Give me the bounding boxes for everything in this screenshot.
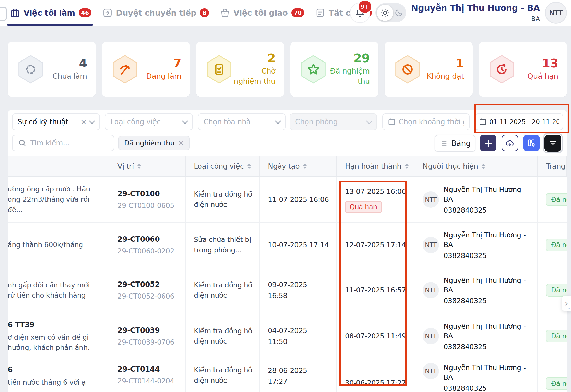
tab-count-badge: 8 (200, 8, 209, 17)
column-header-created[interactable]: Ngày tạo (260, 156, 337, 176)
cell-assignee: NTT Nguyễn Thị Thu Hương - BA 0382840325 (414, 177, 538, 223)
cell-job-type: Kiểm tra đồng hồ điện nước (186, 267, 260, 313)
position-subcode: 29-CT0039-0706 (117, 338, 174, 346)
time-range-placeholder: Chọn khoảng thời gian (399, 118, 464, 126)
tab-viec-toi-giao[interactable]: Việc tôi giao 70 (220, 0, 304, 26)
table-row[interactable]: nh gấp đôi cần thay mới rừ tiền cho khác… (8, 267, 567, 313)
app-screen: Việc tôi làm 46 Duyệt chuyển tiếp 8 Việc… (0, 0, 571, 392)
sort-icon[interactable] (303, 164, 307, 169)
remove-chip-icon[interactable]: × (178, 139, 184, 147)
tab-label: Duyệt chuyển tiếp (116, 8, 196, 17)
job-type-placeholder: Loại công việc (111, 118, 180, 126)
cell-position: 29-CT0052 29-CT0052-0606 (109, 267, 186, 313)
card-cho-nghiem-thu[interactable]: 2 Chờ nghiệm thu (196, 42, 284, 97)
user-role: BA (531, 15, 540, 22)
card-dang-lam[interactable]: 7 Đang làm (102, 42, 190, 97)
dark-mode-option[interactable] (393, 8, 405, 17)
cell-position: 29-CT0100 29-CT0100-0605 (109, 177, 186, 223)
task-check-icon (212, 63, 226, 76)
task-title: 6 (8, 364, 86, 375)
column-settings-button[interactable] (523, 135, 540, 151)
card-label: Chờ nghiệm thu (232, 66, 276, 86)
view-mode-button[interactable]: Bảng (435, 135, 475, 152)
table-row[interactable]: 6 tiền nước tháng 6 với ạ 29-CT0144 29-C… (8, 359, 567, 392)
card-qua-han[interactable]: 13 Quá hạn (479, 42, 567, 97)
sort-icon[interactable] (405, 164, 409, 169)
clear-filter-icon[interactable]: × (80, 117, 87, 126)
tab-count-badge: 70 (291, 8, 304, 17)
expand-panel-handle[interactable]: › ⌄ (562, 296, 571, 311)
card-chua-lam[interactable]: 4 Chưa làm (8, 42, 96, 97)
position-code: 29-CT0052 (117, 280, 160, 289)
assignee-phone: 0382840325 (444, 252, 526, 260)
position-subcode: 29-CT0100-0605 (117, 202, 174, 210)
prohibited-icon (401, 63, 414, 76)
status-badge: Đã nghiệm thu (546, 193, 567, 206)
theme-toggle[interactable] (375, 3, 406, 22)
room-select[interactable]: Chọn phòng (290, 113, 377, 130)
status-filter-chip[interactable]: Đã nghiệm thu × (118, 136, 190, 150)
table-row[interactable]: 6 TT39 ơ điện xem có vấn đề gì hưởng, kh… (8, 313, 567, 359)
chevron-down-icon (366, 118, 372, 124)
tab-duyet-chuyen-tiep[interactable]: Duyệt chuyển tiếp 8 (103, 0, 209, 26)
cell-status: Đã nghiệm thu (538, 177, 567, 223)
cell-job-type: Sửa chữa thiết bị trong phòng... (186, 223, 260, 267)
tab-viec-toi-lam[interactable]: Việc tôi làm 46 (10, 0, 91, 26)
add-task-button[interactable]: + (480, 135, 496, 151)
time-range-select[interactable]: Chọn khoảng thời gian (382, 113, 470, 130)
column-header-label: Hạn hoàn thành (345, 162, 401, 170)
sun-icon (380, 8, 390, 17)
cell-created: 11-07-2025 16:06 (260, 177, 337, 223)
cell-description: 6 TT39 ơ điện xem có vấn đề gì hưởng, kh… (8, 313, 109, 359)
user-info[interactable]: Nguyễn Thị Thu Hương - BA BA (411, 3, 540, 22)
summary-cards: 4 Chưa làm 7 Đang làm 2 Ch (8, 42, 567, 97)
cell-job-type: Kiểm tra đồng hồ điện nước (186, 177, 260, 223)
cell-position: 29-CT0039 29-CT0039-0706 (109, 313, 186, 359)
card-label: Đang làm (146, 71, 181, 81)
column-header-status[interactable]: Trạng thái (538, 156, 567, 176)
cell-job-type: Kiểm tra đồng hồ điện nước (186, 313, 260, 359)
calendar-icon (479, 118, 487, 126)
assignee-avatar: NTT (423, 237, 439, 253)
column-header-assignee[interactable]: Người thực hiện (414, 156, 538, 176)
search-box[interactable]: Tìm kiếm... (12, 135, 114, 151)
column-header-due[interactable]: Hạn hoàn thành (337, 156, 414, 176)
building-select[interactable]: Chọn tòa nhà (198, 113, 286, 130)
export-download-button[interactable] (502, 135, 518, 151)
user-avatar[interactable]: NTT (545, 2, 567, 24)
card-label: Đã nghiệm thu (327, 66, 370, 86)
cell-description: 6 tiền nước tháng 6 với ạ (8, 359, 109, 392)
position-subcode: 29-CT0144-0204 (117, 377, 174, 385)
table-body: ường ống cấp nước. Hậu ong 22m3/tháng vừ… (8, 177, 567, 392)
chevron-down-icon: ⌄ (567, 305, 570, 310)
tab-count-badge: 46 (79, 8, 91, 17)
bag-icon (220, 8, 230, 18)
task-description: ường ống cấp nước. Hậu ong 22m3/tháng vừ… (8, 184, 105, 215)
sort-icon[interactable] (482, 164, 485, 169)
table-row[interactable]: áng thành 600k/tháng 29-CT0060 29-CT0060… (8, 223, 567, 267)
cell-due: 13-07-2025 16:06 Quá hạn (337, 177, 414, 223)
status-badge: Đã nghiệm thu (546, 239, 567, 251)
card-khong-dat[interactable]: 1 Không đạt (385, 42, 473, 97)
column-header-position[interactable]: Vị trí (109, 156, 186, 176)
card-da-nghiem-thu[interactable]: 29 Đã nghiệm thu (290, 42, 378, 97)
assignee-phone: 0382840325 (444, 343, 526, 351)
table-row[interactable]: ường ống cấp nước. Hậu ong 22m3/tháng vừ… (8, 177, 567, 223)
dashed-circle-icon (24, 63, 37, 76)
task-description: ơ điện xem có vấn đề gì hưởng, khách phả… (8, 332, 90, 353)
job-type-select[interactable]: Loại công việc (105, 113, 193, 130)
filter-button[interactable] (544, 135, 561, 152)
category-filter-select[interactable]: Sự cố kỹ thuật × (12, 113, 100, 130)
column-header-job-type[interactable]: Loại công việc (186, 156, 260, 176)
sort-icon[interactable] (247, 164, 251, 169)
date-range-input[interactable]: 01-11-2025 - 20-11-20 (475, 113, 563, 130)
sort-icon[interactable] (137, 164, 141, 169)
column-header-label: Trạng thái (546, 162, 567, 170)
cell-assignee: NTT Nguyễn Thị Thu Hương - BA 0382840325 (414, 223, 538, 267)
column-header-description[interactable] (8, 156, 109, 176)
assignee-avatar: NTT (423, 191, 439, 208)
due-date: 12-07-2025 17:14 (345, 239, 406, 250)
overdue-badge: Quá hạn (345, 201, 382, 213)
pickaxe-icon (118, 63, 132, 76)
light-mode-option[interactable] (377, 5, 393, 21)
